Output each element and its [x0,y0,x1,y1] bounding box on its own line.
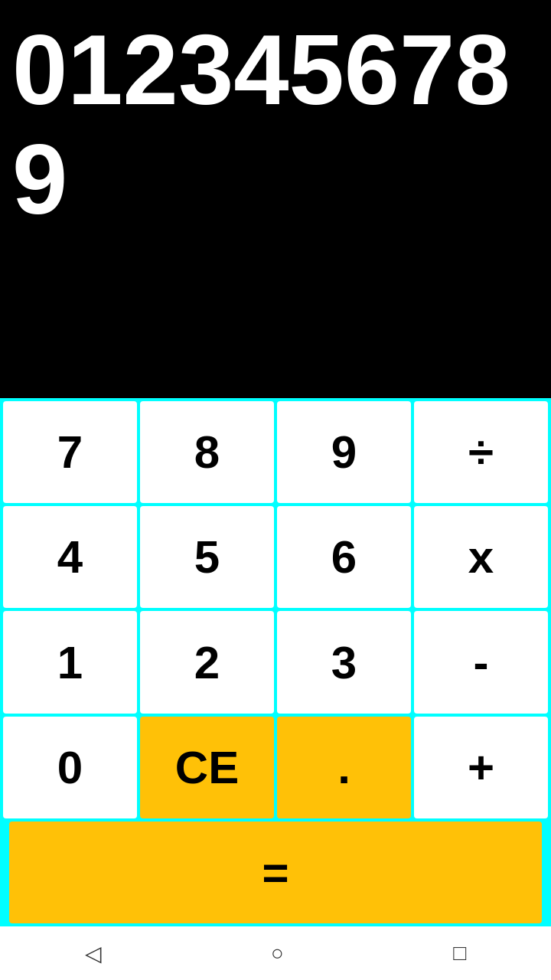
btn-3[interactable]: 3 [277,611,411,713]
btn-6[interactable]: 6 [277,506,411,608]
btn-add[interactable]: + [414,717,548,818]
btn-7[interactable]: 7 [3,401,137,503]
btn-subtract[interactable]: - [414,611,548,713]
spacer-right [545,822,548,923]
btn-5[interactable]: 5 [140,506,274,608]
back-button[interactable]: ◁ [85,941,102,966]
keypad-row-5: = [3,822,548,923]
display-value: 0123456789 [12,15,539,234]
recents-button[interactable]: □ [453,941,466,965]
btn-9[interactable]: 9 [277,401,411,503]
btn-2[interactable]: 2 [140,611,274,713]
keypad-row-1: 7 8 9 ÷ [3,401,548,503]
btn-8[interactable]: 8 [140,401,274,503]
btn-4[interactable]: 4 [3,506,137,608]
btn-1[interactable]: 1 [3,611,137,713]
calculator-keypad: 7 8 9 ÷ 4 5 6 x 1 2 3 - 0 CE . + = [0,398,551,926]
spacer-left [3,822,6,923]
home-button[interactable]: ○ [271,941,284,965]
btn-0[interactable]: 0 [3,717,137,818]
btn-divide[interactable]: ÷ [414,401,548,503]
btn-equals[interactable]: = [9,822,542,923]
keypad-row-3: 1 2 3 - [3,611,548,713]
keypad-row-2: 4 5 6 x [3,506,548,608]
btn-multiply[interactable]: x [414,506,548,608]
navigation-bar: ◁ ○ □ [0,926,551,980]
calculator-display: 0123456789 [0,0,551,398]
keypad-row-4: 0 CE . + [3,717,548,818]
btn-ce[interactable]: CE [140,717,274,818]
btn-decimal[interactable]: . [277,717,411,818]
